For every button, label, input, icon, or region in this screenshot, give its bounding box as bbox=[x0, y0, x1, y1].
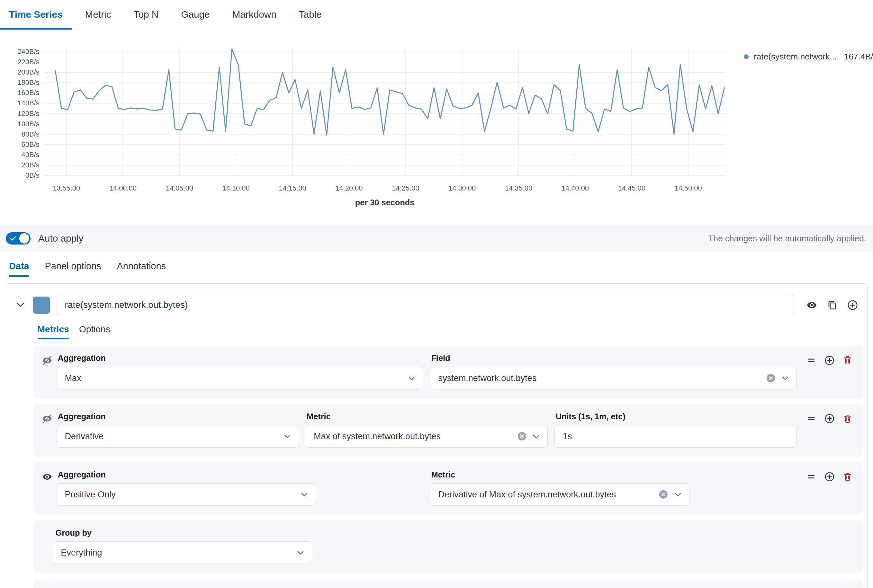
field-combobox[interactable]: system.network.out.bytes bbox=[430, 367, 797, 389]
clear-icon[interactable] bbox=[659, 490, 668, 500]
chart-legend[interactable]: rate(system.network... 167.4B/s bbox=[744, 52, 873, 62]
group-by-select[interactable]: Everything bbox=[53, 542, 312, 564]
copy-icon bbox=[827, 300, 837, 310]
x-axis-label: 14:05:00 bbox=[166, 184, 193, 192]
field-field: Field system.network.out.bytes bbox=[430, 354, 797, 389]
series-color-swatch[interactable] bbox=[33, 297, 50, 314]
metric-field: Metric Max of system.network.out.bytes bbox=[306, 412, 548, 448]
tab-data[interactable]: Data bbox=[9, 261, 29, 277]
drag-handle-icon[interactable] bbox=[807, 472, 816, 482]
drag-handle-icon[interactable] bbox=[807, 414, 816, 424]
y-axis-label: 0B/s bbox=[26, 171, 39, 179]
series-panel: Metrics Options Aggregation Max bbox=[6, 284, 867, 588]
aggregation-select-value: Derivative bbox=[65, 431, 278, 441]
group-by-select-value: Everything bbox=[61, 548, 291, 558]
legend-dot bbox=[744, 54, 749, 60]
aggregation-row-2: Aggregation Derivative Metric Max of sys… bbox=[34, 404, 863, 457]
metric-combobox[interactable]: Derivative of Max of system.network.out.… bbox=[430, 483, 690, 506]
clear-icon[interactable] bbox=[766, 374, 775, 383]
metric-combobox[interactable]: Max of system.network.out.bytes bbox=[306, 425, 548, 448]
group-by-label: Group by bbox=[56, 528, 854, 537]
aggregation-label: Aggregation bbox=[58, 354, 423, 363]
y-axis-label: 80B/s bbox=[21, 130, 39, 138]
aggregation-field: Aggregation Positive Only bbox=[57, 470, 423, 506]
plus-circle-icon bbox=[825, 356, 835, 366]
tab-metrics[interactable]: Metrics bbox=[38, 324, 69, 339]
series-header bbox=[6, 284, 867, 324]
add-series-button[interactable] bbox=[847, 300, 858, 310]
series-body: Metrics Options Aggregation Max bbox=[34, 324, 863, 588]
visualization-type-tabs: Time Series Metric Top N Gauge Markdown … bbox=[0, 0, 873, 29]
eye-slash-icon bbox=[42, 356, 53, 389]
tab-top-n[interactable]: Top N bbox=[125, 0, 168, 29]
tab-table[interactable]: Table bbox=[290, 0, 331, 29]
chevron-down-icon bbox=[781, 374, 790, 382]
add-metric-button[interactable] bbox=[825, 472, 835, 482]
add-metric-button[interactable] bbox=[825, 414, 835, 424]
tab-options[interactable]: Options bbox=[79, 324, 110, 339]
group-by-row: Group by Everything bbox=[34, 520, 863, 573]
metric-label: Metric bbox=[307, 412, 548, 421]
next-row-partial bbox=[34, 579, 863, 588]
metric-field: Metric Derivative of Max of system.netwo… bbox=[430, 470, 797, 506]
clone-series-button[interactable] bbox=[827, 300, 837, 310]
series-sub-tabs: Metrics Options bbox=[38, 324, 863, 339]
x-axis-label: 13:55:00 bbox=[53, 184, 80, 192]
auto-apply-bar: Auto apply The changes will be automatic… bbox=[0, 225, 873, 252]
trash-icon bbox=[843, 472, 852, 482]
units-label: Units (1s, 1m, etc) bbox=[556, 412, 797, 421]
clear-icon[interactable] bbox=[517, 432, 527, 441]
metric-combobox-value: Derivative of Max of system.network.out.… bbox=[438, 489, 654, 500]
chevron-down-icon bbox=[283, 432, 292, 441]
drag-handle-icon[interactable] bbox=[807, 356, 816, 366]
chart-area: 0B/s20B/s40B/s60B/s80B/s100B/s120B/s140B… bbox=[0, 29, 873, 220]
aggregation-field: Aggregation Max bbox=[57, 354, 423, 389]
tab-time-series[interactable]: Time Series bbox=[0, 0, 72, 29]
add-metric-button[interactable] bbox=[825, 356, 835, 366]
x-axis-label: 14:15:00 bbox=[279, 184, 306, 192]
auto-apply-toggle[interactable] bbox=[6, 232, 30, 245]
editor-tabs: Data Panel options Annotations bbox=[0, 252, 873, 277]
y-axis-label: 180B/s bbox=[17, 78, 39, 86]
x-axis-label: 14:00:00 bbox=[109, 184, 137, 192]
legend-value: 167.4B/s bbox=[844, 52, 873, 62]
chevron-down-icon bbox=[296, 548, 305, 557]
delete-metric-button[interactable] bbox=[843, 356, 852, 366]
delete-metric-button[interactable] bbox=[843, 414, 852, 424]
aggregation-select[interactable]: Max bbox=[57, 367, 423, 389]
x-axis-label: 14:20:00 bbox=[335, 184, 362, 192]
y-axis-label: 120B/s bbox=[17, 110, 39, 118]
x-axis-label: 14:45:00 bbox=[618, 184, 645, 192]
aggregation-select-value: Max bbox=[65, 373, 403, 383]
delete-metric-button[interactable] bbox=[843, 472, 852, 482]
y-axis-label: 200B/s bbox=[17, 68, 39, 76]
y-axis-label: 20B/s bbox=[21, 161, 39, 169]
metric-label: Metric bbox=[431, 470, 796, 479]
aggregation-select[interactable]: Derivative bbox=[57, 425, 299, 448]
trash-icon bbox=[843, 414, 852, 423]
tab-panel-options[interactable]: Panel options bbox=[45, 261, 101, 277]
field-combobox-value: system.network.out.bytes bbox=[438, 373, 761, 383]
x-axis-label: 14:40:00 bbox=[562, 184, 589, 192]
eye-icon bbox=[42, 472, 53, 506]
y-axis-label: 220B/s bbox=[17, 58, 39, 66]
x-axis-label: 14:10:00 bbox=[222, 184, 250, 192]
units-input[interactable] bbox=[554, 425, 797, 448]
plus-circle-icon bbox=[847, 300, 858, 310]
tab-annotations[interactable]: Annotations bbox=[117, 261, 165, 277]
check-icon bbox=[10, 235, 17, 242]
trash-icon bbox=[843, 356, 852, 365]
collapse-series-button[interactable] bbox=[15, 300, 26, 310]
toggle-series-visibility-button[interactable] bbox=[807, 300, 817, 310]
y-axis-label: 140B/s bbox=[17, 99, 39, 107]
auto-apply-label: Auto apply bbox=[38, 233, 84, 244]
tab-metric[interactable]: Metric bbox=[76, 0, 120, 29]
tab-gauge[interactable]: Gauge bbox=[172, 0, 219, 29]
tab-markdown[interactable]: Markdown bbox=[223, 0, 285, 29]
aggregation-row-1: Aggregation Max Field system.network.out… bbox=[34, 346, 863, 398]
aggregation-select[interactable]: Positive Only bbox=[57, 483, 316, 506]
x-axis-label: 14:35:00 bbox=[505, 184, 532, 192]
toggle-thumb bbox=[19, 233, 30, 243]
x-axis-label: 14:25:00 bbox=[392, 184, 419, 192]
series-label-input[interactable] bbox=[57, 294, 794, 316]
